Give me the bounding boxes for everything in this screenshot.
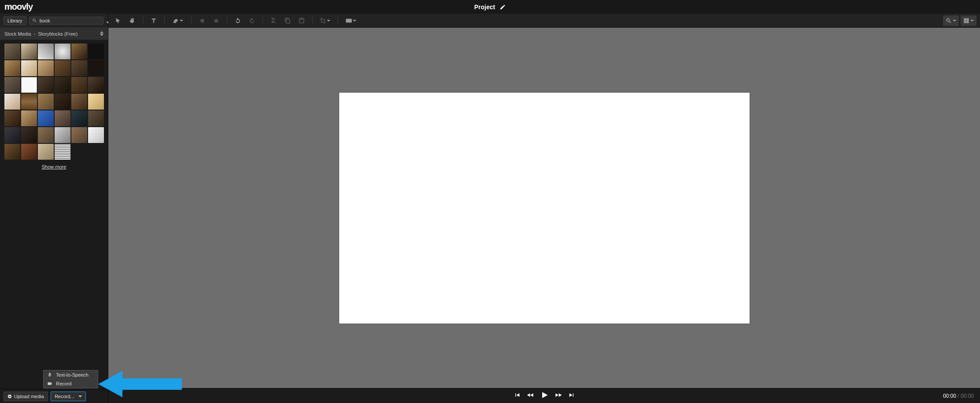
media-thumb[interactable] xyxy=(21,94,37,110)
search-icon xyxy=(32,18,37,23)
align-vertical-icon[interactable] xyxy=(196,15,208,26)
play-controls xyxy=(514,391,575,401)
media-thumb[interactable] xyxy=(4,77,20,93)
media-thumb[interactable] xyxy=(21,144,37,160)
media-thumb[interactable] xyxy=(55,127,70,143)
media-thumb[interactable] xyxy=(71,94,87,110)
record-button[interactable]: Record... xyxy=(51,392,86,401)
media-thumb[interactable] xyxy=(55,94,70,110)
svg-rect-3 xyxy=(349,21,351,22)
record-menu: Text-to-Speech Record xyxy=(43,370,98,388)
paste-icon[interactable] xyxy=(296,15,308,26)
skip-end-icon[interactable] xyxy=(568,392,575,400)
media-thumb[interactable] xyxy=(38,127,54,143)
media-thumb[interactable] xyxy=(88,94,104,110)
sidebar-footer: Upload media Record... xyxy=(0,389,108,403)
media-thumb[interactable] xyxy=(55,44,70,59)
media-thumb[interactable] xyxy=(21,127,37,143)
thumbs-area: Show more xyxy=(0,40,108,389)
svg-rect-2 xyxy=(347,21,349,22)
stage-canvas[interactable] xyxy=(339,92,750,323)
media-thumb[interactable] xyxy=(38,110,54,126)
media-thumb[interactable] xyxy=(4,60,20,76)
undo-icon[interactable] xyxy=(232,15,244,26)
media-thumb[interactable] xyxy=(21,110,37,126)
media-thumb[interactable] xyxy=(38,60,54,76)
svg-marker-0 xyxy=(98,371,182,397)
media-thumb[interactable] xyxy=(4,44,20,59)
upload-media-button[interactable]: Upload media xyxy=(4,392,48,401)
zoom-dropdown[interactable] xyxy=(943,15,959,26)
media-thumb[interactable] xyxy=(4,144,20,160)
logo: moovly xyxy=(4,2,33,12)
breadcrumb: Stock Media › Storyblocks (Free) xyxy=(0,28,108,40)
annotation-arrow xyxy=(98,369,182,399)
media-thumb[interactable] xyxy=(71,44,87,59)
media-thumb[interactable] xyxy=(71,77,87,93)
breadcrumb-sep: › xyxy=(34,31,36,37)
plus-icon xyxy=(7,394,12,399)
redo-icon[interactable] xyxy=(246,15,258,26)
media-thumb[interactable] xyxy=(71,127,87,143)
record-menu-tts-label: Text-to-Speech xyxy=(56,372,89,377)
forward-icon[interactable] xyxy=(555,392,562,400)
media-thumb[interactable] xyxy=(55,60,70,76)
crop-icon[interactable] xyxy=(317,15,333,26)
media-thumb[interactable] xyxy=(55,77,70,93)
search-wrap xyxy=(29,17,104,25)
time-total: 00:00 xyxy=(961,393,974,399)
timecode: 00:00 / 00:00 xyxy=(943,393,974,399)
record-menu-record-label: Record xyxy=(56,381,71,386)
subtitle-tool-icon[interactable] xyxy=(342,15,360,26)
media-thumb[interactable] xyxy=(55,144,70,160)
media-thumb[interactable] xyxy=(38,44,54,59)
text-tool-icon[interactable] xyxy=(148,15,160,26)
media-thumb[interactable] xyxy=(55,110,70,126)
project-title-wrap: Project xyxy=(474,4,506,11)
media-thumb[interactable] xyxy=(38,77,54,93)
search-input[interactable] xyxy=(40,18,100,23)
media-thumb[interactable] xyxy=(88,44,104,59)
canvas-viewport[interactable] xyxy=(108,28,980,388)
media-thumb[interactable] xyxy=(38,144,54,160)
copy-icon[interactable] xyxy=(281,15,294,26)
media-thumb[interactable] xyxy=(71,110,87,126)
media-thumb[interactable] xyxy=(21,44,37,59)
svg-rect-1 xyxy=(346,18,352,22)
library-topbar: Library xyxy=(0,14,108,28)
align-horizontal-icon[interactable] xyxy=(210,15,222,26)
breadcrumb-sort-icon[interactable] xyxy=(100,31,104,36)
editor-area: 00:00 / 00:00 xyxy=(108,14,980,403)
select-tool-icon[interactable] xyxy=(112,15,124,26)
skip-start-icon[interactable] xyxy=(514,392,521,400)
play-icon[interactable] xyxy=(540,391,549,401)
shape-tool-icon[interactable] xyxy=(169,15,187,26)
record-menu-tts[interactable]: Text-to-Speech xyxy=(44,370,98,379)
library-sidebar: Library Stock Media › Storyblocks (Free) xyxy=(0,14,108,403)
media-thumb[interactable] xyxy=(38,94,54,110)
media-thumb[interactable] xyxy=(4,127,20,143)
layout-dropdown[interactable] xyxy=(961,15,976,26)
breadcrumb-root[interactable]: Stock Media xyxy=(4,31,31,37)
edit-title-icon[interactable] xyxy=(499,4,506,10)
microphone-icon xyxy=(47,372,52,377)
rewind-icon[interactable] xyxy=(527,392,534,400)
media-thumb[interactable] xyxy=(88,127,104,143)
media-thumb[interactable] xyxy=(71,60,87,76)
media-thumb[interactable] xyxy=(88,110,104,126)
media-thumb[interactable] xyxy=(21,77,37,93)
media-thumb[interactable] xyxy=(21,60,37,76)
hand-tool-icon[interactable] xyxy=(126,15,138,26)
show-more-link[interactable]: Show more xyxy=(4,164,104,169)
record-menu-record[interactable]: Record xyxy=(44,379,98,388)
breadcrumb-current[interactable]: Storyblocks (Free) xyxy=(38,31,78,37)
media-thumb[interactable] xyxy=(88,60,104,76)
time-current: 00:00 xyxy=(943,393,956,399)
library-button[interactable]: Library xyxy=(4,16,26,25)
media-thumb[interactable] xyxy=(4,110,20,126)
cut-icon[interactable] xyxy=(267,15,280,26)
canvas-toolbar xyxy=(108,14,980,28)
media-thumb[interactable] xyxy=(88,77,104,93)
grid-icon xyxy=(963,18,969,24)
media-thumb[interactable] xyxy=(4,94,20,110)
